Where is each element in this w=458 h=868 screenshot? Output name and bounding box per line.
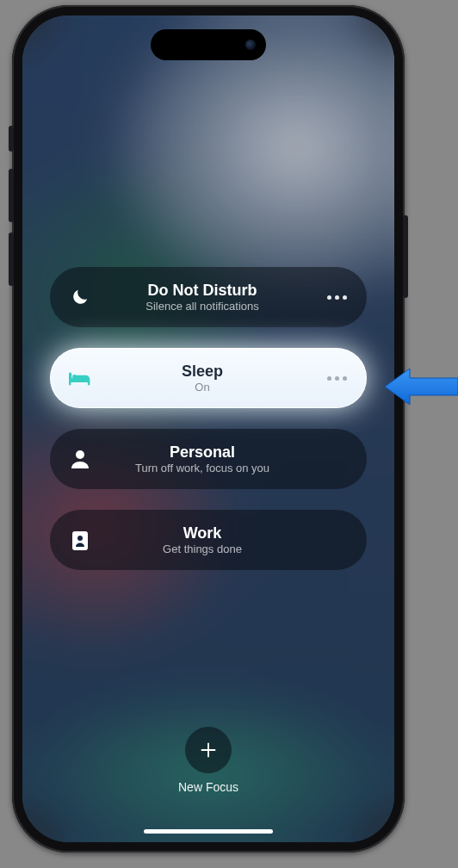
focus-item-work[interactable]: Work Get things done xyxy=(50,510,367,570)
iphone-device-frame: Do Not Disturb Silence all notifications… xyxy=(12,5,405,852)
ellipsis-icon xyxy=(327,376,347,381)
svg-point-0 xyxy=(72,375,77,379)
plus-icon xyxy=(185,727,232,773)
volume-up-button xyxy=(9,169,14,222)
focus-item-text: Work Get things done xyxy=(83,524,322,556)
more-options-spacer xyxy=(322,525,351,555)
focus-item-text: Personal Turn off work, focus on you xyxy=(83,443,322,475)
annotation-arrow xyxy=(384,368,458,406)
focus-item-title: Sleep xyxy=(83,363,322,381)
focus-item-title: Work xyxy=(83,524,322,542)
focus-item-do-not-disturb[interactable]: Do Not Disturb Silence all notifications xyxy=(50,267,367,327)
mute-switch xyxy=(9,126,14,152)
focus-mode-list: Do Not Disturb Silence all notifications… xyxy=(50,267,367,570)
focus-item-subtitle: On xyxy=(83,381,322,394)
more-options-spacer xyxy=(322,444,351,474)
focus-item-subtitle: Turn off work, focus on you xyxy=(83,462,322,474)
ellipsis-icon xyxy=(327,295,347,300)
home-indicator[interactable] xyxy=(144,829,273,834)
focus-item-personal[interactable]: Personal Turn off work, focus on you xyxy=(50,429,367,489)
focus-item-text: Sleep On xyxy=(83,363,322,394)
dynamic-island xyxy=(151,29,266,60)
new-focus-button[interactable]: New Focus xyxy=(178,727,238,794)
focus-item-subtitle: Get things done xyxy=(83,542,322,555)
new-focus-label: New Focus xyxy=(178,780,238,794)
more-options-button[interactable] xyxy=(322,363,351,393)
more-options-button[interactable] xyxy=(322,282,351,312)
focus-item-subtitle: Silence all notifications xyxy=(83,300,322,313)
focus-item-title: Personal xyxy=(83,443,322,462)
focus-item-sleep[interactable]: Sleep On xyxy=(50,348,367,408)
volume-down-button xyxy=(9,232,14,286)
screen: Do Not Disturb Silence all notifications… xyxy=(22,16,394,842)
focus-item-title: Do Not Disturb xyxy=(83,282,322,300)
focus-item-text: Do Not Disturb Silence all notifications xyxy=(83,282,322,313)
side-button xyxy=(403,215,408,298)
